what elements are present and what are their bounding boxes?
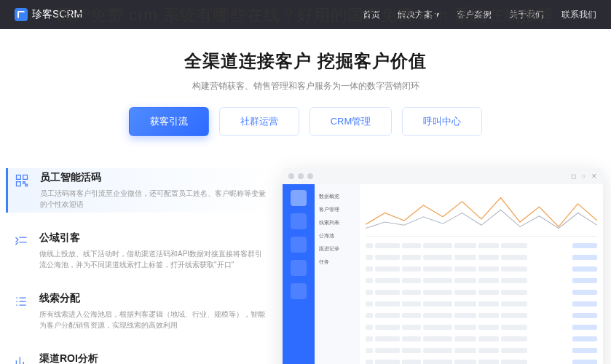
subnav-item: 线索列表 bbox=[318, 216, 357, 229]
feature-lead-assign[interactable]: 线索分配 所有线索进入公海池后，根据判客逻辑（地域、行业、规模等），智能为客户分… bbox=[6, 289, 275, 333]
sidebar-icon bbox=[291, 283, 307, 299]
subnav-item: 客户管理 bbox=[318, 203, 357, 216]
hero-section: 全渠道连接客户 挖掘客户价值 构建营销获客、销售管理和客户服务为一体的数字营销闭… bbox=[0, 29, 611, 149]
svg-rect-0 bbox=[17, 175, 21, 180]
sidebar-icon bbox=[291, 213, 307, 229]
content-row: 员工智能活码 员工活码将客户引流至企业微信，还可配置员工姓名、客户昵称等变量的个… bbox=[0, 168, 611, 364]
app-subnav: 数据概览 客户管理 线索列表 公海池 跟进记录 任务 bbox=[315, 184, 360, 364]
close-icon: ✕ bbox=[591, 173, 597, 180]
maximize-icon: ○ bbox=[582, 173, 586, 180]
feature-smart-qr[interactable]: 员工智能活码 员工活码将客户引流至企业微信，还可配置员工姓名、客户昵称等变量的个… bbox=[6, 168, 275, 213]
subnav-item: 任务 bbox=[318, 256, 357, 269]
table-row bbox=[366, 288, 597, 297]
svg-rect-1 bbox=[23, 175, 28, 180]
flow-icon bbox=[12, 232, 31, 250]
feature-title: 公域引客 bbox=[39, 232, 269, 245]
feature-title: 渠道ROI分析 bbox=[39, 352, 269, 364]
table-row bbox=[366, 264, 597, 274]
qr-icon bbox=[12, 171, 31, 190]
traffic-lights bbox=[288, 173, 313, 179]
dot-icon bbox=[307, 173, 313, 179]
app-sidebar bbox=[283, 184, 315, 364]
sidebar-icon bbox=[291, 190, 307, 206]
window-controls: ◻ ○ ✕ bbox=[571, 173, 597, 180]
feature-desc: 做线上投放、线下活动时，借助渠道活码和API数据对接直接将客群引流公海池，并为不… bbox=[39, 248, 269, 270]
feature-desc: 所有线索进入公海池后，根据判客逻辑（地域、行业、规模等），智能为客户分配销售资源… bbox=[39, 309, 269, 331]
dot-icon bbox=[288, 173, 294, 179]
browser-body: 数据概览 客户管理 线索列表 公海池 跟进记录 任务 bbox=[283, 184, 603, 364]
page-overlay-title: 国产免费 crm 系统有哪些在线？好用的国产免费 crm 系统在线推荐 bbox=[0, 4, 611, 26]
sidebar-icon bbox=[291, 260, 307, 276]
feature-title: 员工智能活码 bbox=[40, 171, 269, 184]
tab-acquisition[interactable]: 获客引流 bbox=[129, 107, 209, 136]
tab-callcenter[interactable]: 呼叫中心 bbox=[402, 107, 482, 136]
table-row bbox=[366, 334, 597, 344]
feature-desc: 员工活码将客户引流至企业微信，还可配置员工姓名、客户昵称等变量的个性欢迎语 bbox=[40, 188, 269, 210]
feature-list: 员工智能活码 员工活码将客户引流至企业微信，还可配置员工姓名、客户昵称等变量的个… bbox=[6, 168, 275, 364]
hero-subtitle: 构建营销获客、销售管理和客户服务为一体的数字营销闭环 bbox=[0, 80, 611, 92]
subnav-item: 数据概览 bbox=[318, 190, 357, 203]
browser-titlebar: ◻ ○ ✕ bbox=[283, 168, 603, 184]
tab-community[interactable]: 社群运营 bbox=[219, 107, 299, 136]
table-row bbox=[366, 311, 597, 320]
dot-icon bbox=[298, 173, 304, 179]
table-row bbox=[366, 346, 597, 355]
product-mockup: ◻ ○ ✕ 数据概览 客户管理 线索列表 公海池 bbox=[283, 168, 605, 364]
chart-icon bbox=[12, 352, 31, 364]
app-main bbox=[360, 184, 603, 364]
table-row bbox=[366, 357, 597, 364]
list-icon bbox=[12, 292, 31, 311]
feature-roi-analysis[interactable]: 渠道ROI分析 智能统计每条渠道的客户量、所属行业、产品需求等，动态优化渠道投放… bbox=[6, 349, 275, 364]
browser-window: ◻ ○ ✕ 数据概览 客户管理 线索列表 公海池 bbox=[283, 168, 603, 364]
feature-public-traffic[interactable]: 公域引客 做线上投放、线下活动时，借助渠道活码和API数据对接直接将客群引流公海… bbox=[6, 229, 275, 273]
tab-crm[interactable]: CRM管理 bbox=[310, 107, 393, 136]
table-row bbox=[366, 276, 597, 285]
subnav-item: 跟进记录 bbox=[318, 242, 357, 256]
feature-title: 线索分配 bbox=[39, 292, 269, 305]
minimize-icon: ◻ bbox=[571, 173, 576, 180]
svg-rect-2 bbox=[17, 182, 21, 186]
subnav-item: 公海池 bbox=[318, 229, 357, 242]
hero-title: 全渠道连接客户 挖掘客户价值 bbox=[0, 50, 611, 73]
table-row bbox=[366, 241, 597, 250]
table-row bbox=[366, 299, 597, 309]
table-row bbox=[366, 253, 597, 262]
sidebar-icon bbox=[291, 237, 307, 253]
trend-chart bbox=[366, 190, 597, 237]
feature-tabs: 获客引流 社群运营 CRM管理 呼叫中心 bbox=[0, 107, 611, 136]
data-table bbox=[366, 241, 597, 364]
table-row bbox=[366, 323, 597, 332]
